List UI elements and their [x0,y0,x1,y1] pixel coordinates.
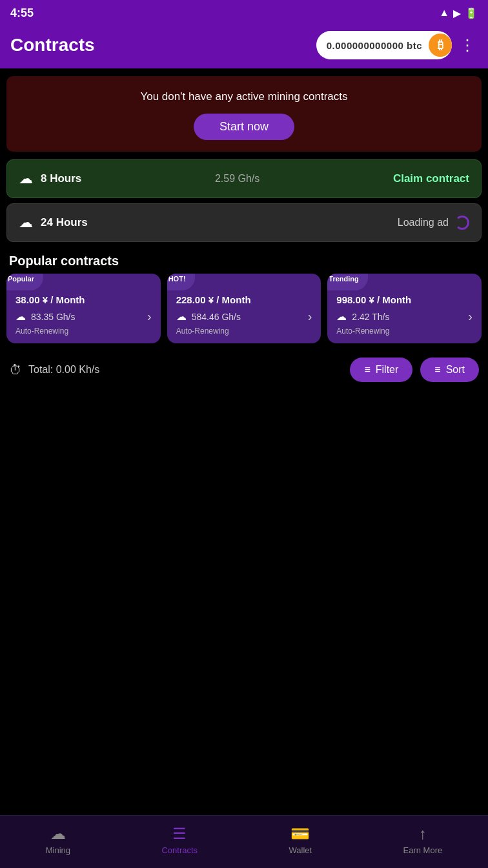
card-info-popular: ☁ 83.35 Gh/s [15,310,76,323]
total-label: ⏱ Total: 0.00 Kh/s [9,363,99,378]
start-now-button[interactable]: Start now [194,114,294,140]
contract-row-left-8h: ☁ 8 Hours [19,170,81,187]
sort-label: Sort [446,364,465,376]
action-buttons: ≡ Filter ≡ Sort [350,358,479,382]
loading-ad-area: Loading ad [398,216,469,230]
card-price-hot: 228.00 ¥ / Month [176,294,312,305]
no-contracts-banner: You don't have any active mining contrac… [6,76,482,152]
bottom-navigation: ☁ Mining ☰ Contracts 💳 Wallet ↑ Earn Mor… [0,815,488,868]
card-speed-popular: 83.35 Gh/s [31,312,76,322]
filter-button[interactable]: ≡ Filter [350,358,412,382]
btc-balance-display[interactable]: 0.000000000000 btc ₿ [316,31,452,59]
contract-row-8h: ☁ 8 Hours 2.59 Gh/s Claim contract [6,159,482,198]
card-price-trending: 998.00 ¥ / Month [336,294,473,305]
card-cloud-icon-popular: ☁ [15,310,26,323]
badge-popular: Popular [6,274,43,290]
sort-button[interactable]: ≡ Sort [420,358,479,382]
nav-item-wallet[interactable]: 💳 Wallet [282,822,318,858]
chevron-right-popular: › [147,309,152,324]
popular-section-title: Popular contracts [0,247,488,274]
card-auto-popular: Auto-Renewing [15,327,152,336]
claim-contract-button[interactable]: Claim contract [393,172,469,185]
popular-contracts-list: Popular 38.00 ¥ / Month ☁ 83.35 Gh/s › A… [0,274,488,350]
nav-label-wallet: Wallet [289,845,312,855]
nav-item-mining[interactable]: ☁ Mining [39,822,77,858]
card-row-popular: ☁ 83.35 Gh/s › [15,309,152,324]
loading-ad-text: Loading ad [398,217,449,228]
contract-card-popular[interactable]: Popular 38.00 ¥ / Month ☁ 83.35 Gh/s › A… [6,274,161,343]
battery-icon: 🔋 [465,7,478,19]
badge-trending: Trending [327,274,367,290]
sort-icon: ≡ [434,364,440,376]
mining-icon: ☁ [50,825,66,843]
page-title: Contracts [10,35,95,56]
nav-item-contracts[interactable]: ☰ Contracts [155,822,204,858]
nav-label-mining: Mining [46,845,70,855]
status-icons: ▲ ▶ 🔋 [439,7,478,19]
contract-hours-8h: 8 Hours [41,172,81,185]
filter-icon: ≡ [364,364,370,376]
chevron-right-hot: › [308,309,312,324]
cloud-icon-8h: ☁ [19,170,33,187]
card-info-hot: ☁ 584.46 Gh/s [176,310,241,323]
btc-icon: ₿ [429,34,452,57]
total-icon: ⏱ [9,363,22,378]
header-right: 0.000000000000 btc ₿ ⋮ [316,31,478,59]
card-auto-trending: Auto-Renewing [336,327,473,336]
status-bar: 4:55 ▲ ▶ 🔋 [0,0,488,26]
card-cloud-icon-trending: ☁ [336,310,347,323]
card-auto-hot: Auto-Renewing [176,327,312,336]
contract-row-24h: ☁ 24 Hours Loading ad [6,203,482,242]
app-header: Contracts 0.000000000000 btc ₿ ⋮ [0,26,488,68]
filter-label: Filter [376,364,399,376]
loading-spinner [455,216,469,230]
earn-more-icon: ↑ [419,825,427,843]
empty-content-area [0,390,488,745]
badge-hot: HOT! [167,274,195,290]
contract-card-hot[interactable]: HOT! 228.00 ¥ / Month ☁ 584.46 Gh/s › Au… [167,274,321,343]
card-cloud-icon-hot: ☁ [176,310,187,323]
contracts-icon: ☰ [172,825,187,843]
contract-row-left-24h: ☁ 24 Hours [19,214,88,231]
more-menu-icon[interactable]: ⋮ [457,34,478,57]
card-row-trending: ☁ 2.42 Th/s › [336,309,473,324]
wallet-icon: 💳 [290,825,310,843]
signal-icon: ▶ [453,7,461,19]
status-time: 4:55 [10,6,34,20]
nav-item-earn-more[interactable]: ↑ Earn More [397,822,449,858]
popular-contracts-section: Popular contracts Popular 38.00 ¥ / Mont… [0,247,488,350]
card-row-hot: ☁ 584.46 Gh/s › [176,309,312,324]
nav-label-contracts: Contracts [161,845,198,855]
card-speed-trending: 2.42 Th/s [352,312,389,322]
wifi-icon: ▲ [439,7,449,19]
no-contracts-text: You don't have any active mining contrac… [17,90,471,103]
contract-speed-8h: 2.59 Gh/s [215,173,259,185]
chevron-right-trending: › [468,309,473,324]
nav-label-earn-more: Earn More [403,845,443,855]
btc-balance-text: 0.000000000000 btc [327,40,422,51]
cloud-icon-24h: ☁ [19,214,33,231]
card-speed-hot: 584.46 Gh/s [192,312,241,322]
card-price-popular: 38.00 ¥ / Month [15,294,152,305]
total-row: ⏱ Total: 0.00 Kh/s ≡ Filter ≡ Sort [0,350,488,390]
card-info-trending: ☁ 2.42 Th/s [336,310,389,323]
contract-hours-24h: 24 Hours [41,216,88,229]
total-text: Total: 0.00 Kh/s [28,364,99,376]
contract-card-trending[interactable]: Trending 998.00 ¥ / Month ☁ 2.42 Th/s › … [327,274,482,343]
